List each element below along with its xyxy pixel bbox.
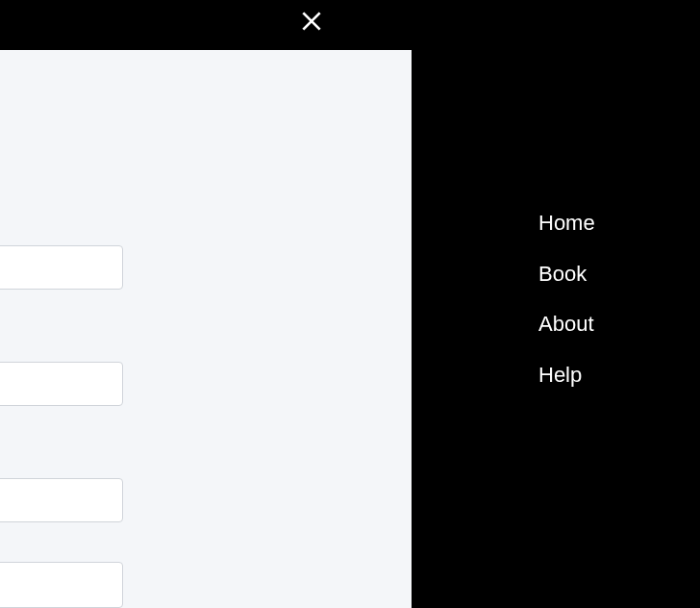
nav-item-help[interactable]: Help	[538, 362, 595, 390]
navigation-menu: Home Book About Help	[538, 210, 595, 389]
input-field-4[interactable]	[0, 562, 123, 608]
close-button[interactable]	[296, 8, 327, 38]
nav-item-about[interactable]: About	[538, 311, 595, 339]
input-field-1[interactable]	[0, 245, 123, 290]
form-panel	[0, 50, 412, 608]
input-field-2[interactable]	[0, 362, 123, 406]
close-icon	[299, 9, 324, 38]
nav-item-book[interactable]: Book	[538, 261, 595, 289]
nav-item-home[interactable]: Home	[538, 210, 595, 238]
input-field-3[interactable]	[0, 478, 123, 522]
